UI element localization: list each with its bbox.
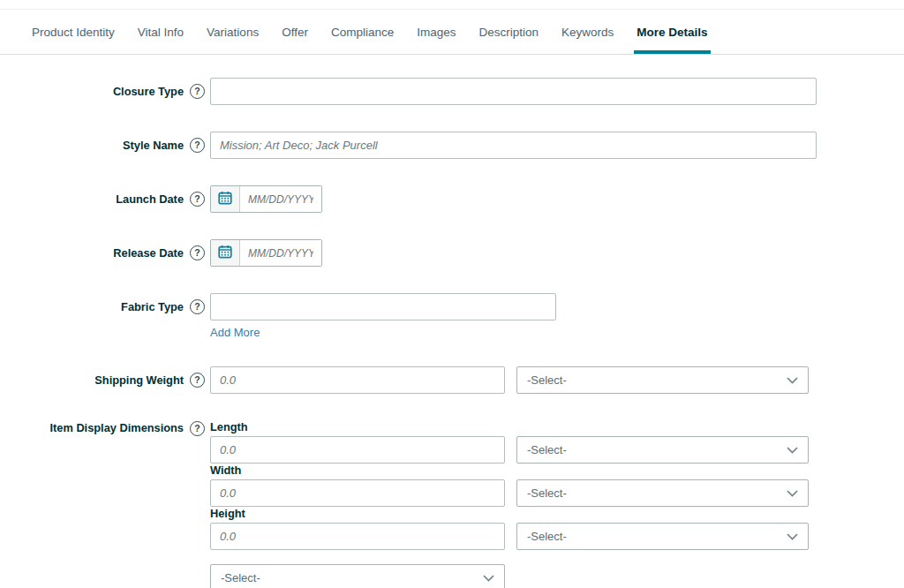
- release-date-input[interactable]: [240, 240, 321, 266]
- help-icon[interactable]: ?: [190, 373, 205, 388]
- tab-vital-info[interactable]: Vital Info: [135, 10, 186, 54]
- item-display-dimensions-label: Item Display Dimensions: [50, 421, 184, 434]
- width-label: Width: [210, 464, 809, 477]
- tab-more-details[interactable]: More Details: [634, 10, 710, 54]
- fabric-type-row: Fabric Type ? Add More: [0, 293, 904, 340]
- height-field-line: -Select-: [210, 523, 809, 550]
- shipping-weight-field-group: -Select-: [210, 366, 809, 394]
- tab-compliance[interactable]: Compliance: [328, 10, 396, 54]
- help-icon[interactable]: ?: [190, 421, 205, 436]
- length-label: Length: [210, 421, 809, 433]
- shipping-weight-input[interactable]: [210, 366, 505, 394]
- tab-product-identity[interactable]: Product Identity: [29, 10, 117, 54]
- release-date-row: Release Date ?: [0, 239, 904, 267]
- shipping-weight-label-group: Shipping Weight ?: [0, 366, 210, 394]
- help-icon[interactable]: ?: [190, 138, 205, 153]
- width-field-line: -Select-: [210, 479, 809, 507]
- closure-type-label: Closure Type: [113, 85, 184, 98]
- help-icon[interactable]: ?: [190, 192, 205, 207]
- item-display-dimensions-field-group: Length -Select- Width -Select-: [210, 420, 809, 588]
- calendar-button[interactable]: [211, 240, 240, 266]
- style-name-input[interactable]: [210, 132, 817, 159]
- help-icon[interactable]: ?: [190, 245, 205, 260]
- calendar-icon: [218, 191, 232, 208]
- tab-images[interactable]: Images: [414, 10, 458, 54]
- shipping-weight-row: Shipping Weight ? -Select-: [0, 366, 904, 394]
- release-date-label-group: Release Date ?: [0, 239, 210, 267]
- help-icon[interactable]: ?: [190, 299, 205, 314]
- style-name-label: Style Name: [123, 139, 184, 152]
- fabric-type-input[interactable]: [210, 293, 556, 320]
- chevron-down-icon: [483, 571, 494, 584]
- height-input[interactable]: [210, 523, 505, 550]
- calendar-icon: [218, 245, 232, 262]
- launch-date-input[interactable]: [240, 186, 321, 212]
- closure-type-row: Closure Type ?: [0, 78, 904, 105]
- tab-bar-container: Product Identity Vital Info Variations O…: [0, 0, 904, 55]
- width-unit-select[interactable]: -Select-: [516, 479, 809, 507]
- release-date-label: Release Date: [113, 246, 184, 260]
- chevron-down-icon: [787, 486, 798, 500]
- tab-bar: Product Identity Vital Info Variations O…: [0, 9, 904, 55]
- closure-type-input[interactable]: [210, 78, 817, 105]
- add-more-link[interactable]: Add More: [210, 326, 260, 339]
- item-display-dimensions-row: Item Display Dimensions ? Length -Select…: [0, 420, 904, 588]
- chevron-down-icon: [787, 373, 798, 387]
- style-name-label-group: Style Name ?: [0, 132, 210, 159]
- length-input[interactable]: [210, 436, 505, 464]
- help-icon[interactable]: ?: [190, 84, 205, 99]
- chevron-down-icon: [787, 530, 798, 543]
- item-display-dimensions-unit-value: -Select-: [221, 571, 260, 584]
- tab-keywords[interactable]: Keywords: [559, 10, 616, 54]
- width-unit-value: -Select-: [527, 486, 567, 500]
- fabric-type-field-group: Add More: [210, 293, 556, 340]
- launch-date-label: Launch Date: [116, 192, 184, 206]
- closure-type-label-group: Closure Type ?: [0, 78, 210, 105]
- height-unit-select[interactable]: -Select-: [516, 523, 809, 550]
- launch-date-row: Launch Date ?: [0, 185, 904, 213]
- height-unit-value: -Select-: [527, 530, 567, 543]
- length-unit-value: -Select-: [527, 443, 567, 456]
- length-field-line: -Select-: [210, 436, 809, 464]
- item-display-dimensions-unit-select[interactable]: -Select-: [210, 564, 505, 588]
- tab-description[interactable]: Description: [476, 10, 541, 54]
- release-date-picker: [210, 239, 322, 267]
- height-label: Height: [210, 508, 809, 520]
- fabric-type-label-group: Fabric Type ?: [0, 293, 210, 320]
- shipping-weight-unit-value: -Select-: [527, 373, 567, 387]
- width-input[interactable]: [210, 479, 505, 507]
- more-details-form: Closure Type ? Style Name ? Launch Date …: [0, 55, 904, 588]
- chevron-down-icon: [787, 443, 798, 456]
- style-name-row: Style Name ?: [0, 132, 904, 159]
- launch-date-picker: [210, 185, 322, 213]
- item-display-dimensions-label-group: Item Display Dimensions ?: [0, 420, 210, 588]
- calendar-button[interactable]: [211, 186, 240, 212]
- tab-variations[interactable]: Variations: [204, 10, 261, 54]
- tab-offer[interactable]: Offer: [279, 10, 311, 54]
- shipping-weight-unit-select[interactable]: -Select-: [516, 366, 809, 394]
- length-unit-select[interactable]: -Select-: [516, 436, 809, 464]
- shipping-weight-label: Shipping Weight: [94, 373, 184, 387]
- fabric-type-label: Fabric Type: [121, 300, 184, 313]
- launch-date-label-group: Launch Date ?: [0, 185, 210, 213]
